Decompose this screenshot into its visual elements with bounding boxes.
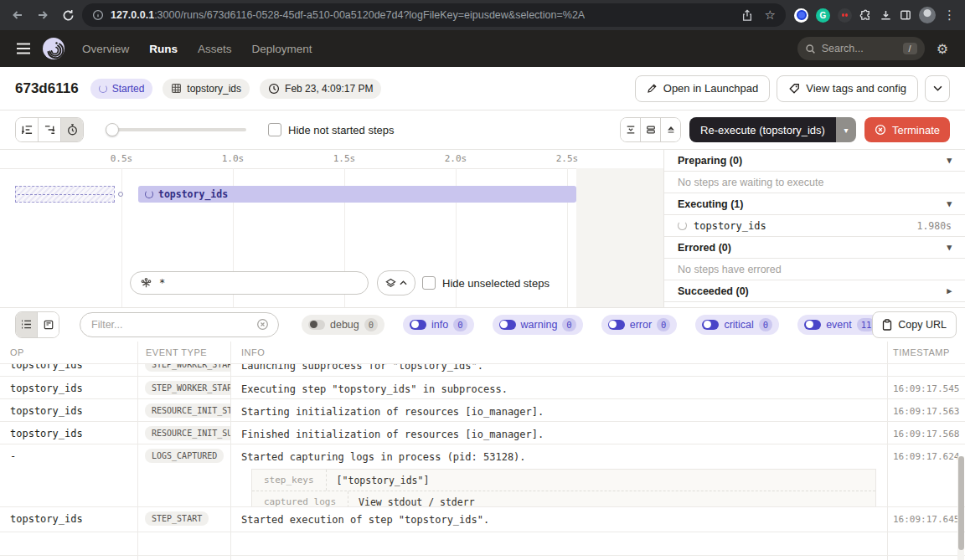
back-icon[interactable] — [7, 4, 28, 26]
app-window: 127.0.0.1:3000/runs/673d6116-0528-45df-a… — [0, 0, 965, 560]
chip-info[interactable]: info0 — [403, 315, 473, 335]
terminate-x-circle-icon — [875, 124, 886, 136]
reload-icon[interactable] — [57, 4, 79, 26]
search-icon — [805, 44, 816, 54]
step-duration: 1.980s — [916, 220, 952, 232]
log-view-mode-group — [15, 311, 59, 338]
gantt-dependency-dot — [118, 192, 123, 197]
chip-debug[interactable]: debug0 — [302, 315, 384, 335]
log-structured-view-icon[interactable] — [38, 312, 59, 337]
gantt-step-bar[interactable]: topstory_ids — [138, 186, 576, 203]
hide-not-started-label[interactable]: Hide not started steps — [288, 124, 394, 136]
hide-unselected-checkbox[interactable] — [422, 276, 436, 290]
toggle-icon — [608, 320, 625, 330]
dagster-logo[interactable] — [42, 37, 65, 60]
gantt-selection-box — [15, 186, 115, 203]
run-start-time-tag: Feb 23, 4:09:17 PM — [260, 79, 381, 99]
open-in-launchpad-button[interactable]: Open in Launchpad — [635, 75, 770, 102]
log-row-logs-captured[interactable]: - LOGS_CAPTURED Started capturing logs i… — [0, 444, 965, 507]
job-tag[interactable]: topstory_ids — [163, 79, 250, 99]
profile-avatar[interactable] — [919, 7, 936, 23]
site-info-icon[interactable] — [92, 9, 104, 21]
event-type-badge: STEP_START — [145, 511, 209, 526]
search-shortcut-badge: / — [903, 43, 917, 54]
step-name[interactable]: topstory_ids — [694, 220, 766, 232]
forward-icon[interactable] — [32, 4, 54, 26]
metadata-value: ["topstory_ids"] — [327, 470, 440, 491]
log-row-empty — [0, 532, 965, 556]
chip-warning[interactable]: warning0 — [493, 315, 583, 335]
selection-value-input[interactable] — [157, 276, 358, 290]
executing-step-row[interactable]: topstory_ids 1.980s — [664, 215, 965, 237]
event-type-badge: STEP_WORKER_STARTI… — [145, 364, 231, 372]
log-row-clipped[interactable]: topstory_ids STEP_WORKER_STARTI… Launchi… — [0, 364, 965, 377]
browser-menu-icon[interactable]: ⋮ — [943, 8, 956, 23]
reexecute-button[interactable]: Re-execute (topstory_ids) — [689, 117, 836, 142]
gantt-chart: 0.5s 1.0s 1.5s 2.0s 2.5s topstory_ids — [0, 150, 664, 307]
gantt-flat-view-icon[interactable] — [16, 118, 39, 141]
extension-icon-grammarly[interactable]: G — [816, 8, 830, 23]
clear-filter-icon[interactable] — [256, 318, 269, 331]
job-grid-icon — [171, 83, 182, 94]
run-actions-chevron-button[interactable] — [925, 75, 950, 102]
log-row[interactable]: topstory_ids RESOURCE_INIT_STAR… Startin… — [0, 399, 965, 422]
chip-critical[interactable]: critical0 — [695, 315, 779, 335]
nav-item-runs[interactable]: Runs — [149, 43, 178, 55]
hide-unselected-label[interactable]: Hide unselected steps — [442, 277, 550, 290]
selection-options-button[interactable] — [377, 270, 415, 295]
settings-gear-icon[interactable]: ⚙ — [937, 41, 948, 57]
table-scrollbar-thumb[interactable] — [958, 456, 964, 550]
gantt-time-axis: 0.5s 1.0s 1.5s 2.0s 2.5s — [0, 150, 663, 169]
clipboard-icon — [882, 319, 892, 331]
log-row[interactable]: topstory_ids STEP_WORKER_STARTED Executi… — [0, 377, 965, 399]
copy-url-button[interactable]: Copy URL — [872, 311, 957, 338]
share-icon[interactable] — [741, 9, 753, 22]
step-selection-input[interactable] — [130, 271, 369, 295]
hide-not-started-checkbox[interactable] — [268, 123, 281, 136]
metadata-row: captured_logs View stdout / stderr — [252, 491, 875, 506]
chip-error[interactable]: error0 — [601, 315, 678, 335]
log-list-view-icon[interactable] — [16, 312, 38, 337]
gantt-waterfall-view-icon[interactable] — [39, 118, 61, 141]
extension-icon-red[interactable] — [838, 8, 852, 23]
log-level-chips: debug0 info0 warning0 error0 critical0 e… — [302, 315, 882, 335]
log-filter-input[interactable] — [90, 318, 251, 331]
hamburger-menu-icon[interactable] — [12, 37, 35, 60]
url-text: 127.0.0.1:3000/runs/673d6116-0528-45df-a… — [111, 9, 585, 21]
run-id: 673d6116 — [15, 80, 79, 97]
view-stdout-stderr-link[interactable]: View stdout / stderr — [348, 491, 484, 506]
global-search[interactable]: Search... / — [797, 37, 925, 60]
section-errored[interactable]: Errored (0) ▾ — [664, 237, 965, 259]
event-type-badge: RESOURCE_INIT_SUCC… — [145, 426, 231, 440]
reexecute-button-group: Re-execute (topstory_ids) ▾ — [689, 117, 856, 142]
nav-item-assets[interactable]: Assets — [198, 43, 232, 55]
section-preparing[interactable]: Preparing (0) ▾ — [664, 150, 965, 172]
log-row[interactable]: topstory_ids STEP_START Started executio… — [0, 507, 965, 532]
log-row[interactable]: topstory_ids RESOURCE_INIT_SUCC… Finishe… — [0, 422, 965, 444]
pencil-icon — [647, 83, 658, 94]
url-bar[interactable]: 127.0.0.1:3000/runs/673d6116-0528-45df-a… — [82, 3, 786, 27]
section-succeeded[interactable]: Succeeded (0) ▸ — [664, 280, 965, 302]
split-rows-icon[interactable] — [641, 118, 661, 141]
terminate-button[interactable]: Terminate — [864, 117, 950, 142]
chip-event[interactable]: event11 — [797, 315, 882, 335]
sidebar-toggle-icon[interactable] — [900, 9, 911, 21]
section-executing[interactable]: Executing (1) ▾ — [664, 193, 965, 215]
axis-tick: 0.5s — [105, 153, 138, 164]
gantt-timed-view-icon[interactable] — [61, 118, 83, 141]
download-icon[interactable] — [880, 9, 892, 22]
spinner-icon — [145, 190, 153, 198]
collapse-down-icon[interactable] — [621, 118, 641, 141]
extension-icon-blue[interactable] — [794, 8, 808, 23]
slider-knob[interactable] — [106, 123, 119, 136]
view-tags-config-button[interactable]: View tags and config — [777, 75, 918, 102]
bookmark-star-icon[interactable]: ☆ — [765, 8, 776, 23]
event-type-badge: STEP_WORKER_STARTED — [145, 381, 231, 395]
collapse-up-icon[interactable] — [661, 118, 680, 141]
nav-item-overview[interactable]: Overview — [82, 43, 129, 55]
zoom-slider[interactable] — [106, 123, 246, 136]
gantt-view-mode-group — [15, 117, 84, 142]
extensions-puzzle-icon[interactable] — [859, 9, 872, 22]
reexecute-dropdown-caret[interactable]: ▾ — [836, 117, 856, 142]
nav-item-deployment[interactable]: Deployment — [252, 43, 312, 55]
